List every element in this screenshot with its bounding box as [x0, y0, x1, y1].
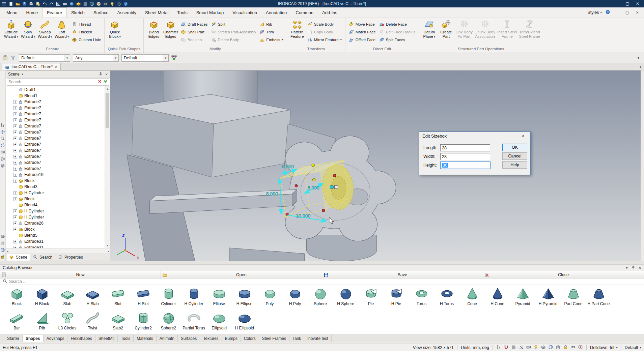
expand-icon[interactable]: + [13, 167, 17, 171]
chevron-down-icon[interactable]: ▾ [626, 266, 628, 270]
redo-icon[interactable] [49, 1, 54, 6]
cube-icon[interactable] [541, 345, 546, 351]
doc-restore-button[interactable]: ▢ [624, 10, 631, 15]
catalog-item-sphere[interactable]: Sphere [308, 286, 333, 310]
catalog-item-poly[interactable]: Poly [257, 286, 282, 310]
scroll-down-icon[interactable]: ▾ [105, 243, 110, 248]
tree-item-block[interactable]: +Block [6, 196, 105, 202]
menu-tab-menu[interactable]: Menu [2, 7, 22, 18]
layers-icon[interactable] [0, 163, 5, 168]
tree-item-extrude31[interactable]: +Extrude31 [6, 238, 105, 244]
catalog-tab-bumps[interactable]: Bumps [222, 335, 241, 342]
catalog-item-pyramid[interactable]: Pyramid [510, 286, 535, 310]
scrollbar-thumb[interactable] [106, 93, 109, 128]
height-input[interactable]: 30 [440, 162, 490, 169]
tree-item-extrude7[interactable]: +Extrude7 [6, 117, 105, 123]
tree-item-extrude7[interactable]: +Extrude7 [6, 159, 105, 166]
scroll-left-icon[interactable]: ◂ [7, 250, 8, 253]
pin-icon[interactable] [631, 265, 635, 270]
camera-icon[interactable] [0, 150, 5, 155]
catalog-item-h-slot[interactable]: H Slot [131, 286, 156, 310]
expand-icon[interactable]: + [13, 161, 17, 165]
catalog-tab-materials[interactable]: Materials [134, 335, 157, 342]
catalog-tab-steel-frames[interactable]: Steel Frames [259, 335, 289, 342]
catalog-action-close[interactable]: Close [483, 271, 644, 278]
toolbar-overflow-chevron[interactable]: ▾ [638, 56, 641, 60]
catalog-action-open[interactable]: Open [161, 271, 322, 278]
expand-icon[interactable]: + [13, 191, 17, 195]
offset-face-button[interactable]: Offset Face [347, 36, 377, 43]
split-faces-button[interactable]: Split Faces [377, 36, 417, 43]
menu-tab-smart-markup[interactable]: Smart Markup [192, 7, 228, 18]
expand-icon[interactable]: + [13, 173, 17, 177]
menu-tab-assembly[interactable]: Assembly [113, 7, 141, 18]
gear-icon[interactable] [116, 1, 122, 6]
doc-close-button[interactable]: ✕ [634, 10, 641, 15]
create-part-button[interactable]: CreatePart [438, 19, 454, 38]
new-document-icon[interactable] [8, 1, 14, 6]
compass-icon[interactable] [578, 345, 583, 351]
catalog-item-h-ellipse[interactable]: H Ellipse [232, 286, 257, 310]
tree-item-draft1[interactable]: Draft1 [6, 87, 105, 93]
panel-tab-scene[interactable]: Scene [7, 254, 30, 261]
lock-icon[interactable] [563, 345, 568, 351]
catalog-tab-textures[interactable]: Textures [200, 335, 222, 342]
doc-minimize-button[interactable]: – [614, 10, 620, 14]
drilldown-dropdown[interactable]: Drilldown: Int▾ [590, 345, 618, 350]
pin-icon[interactable] [99, 72, 103, 77]
catalog-item-twist[interactable]: Twist [80, 310, 105, 334]
catalog-item-torus[interactable]: Torus [409, 286, 434, 310]
menu-tab-annotation[interactable]: Annotation [261, 7, 291, 18]
split-button[interactable]: Split [209, 20, 258, 28]
catalog-item-block[interactable]: Block [4, 286, 29, 310]
film-icon[interactable] [103, 1, 108, 6]
tree-item-extrude31[interactable]: +Extrude31 [6, 244, 105, 248]
tree-item-extrude7[interactable]: +Extrude7 [6, 111, 105, 117]
expand-icon[interactable]: + [13, 155, 17, 158]
pattern-feature-button[interactable]: PatternFeature [289, 19, 306, 38]
mirror-feature-button[interactable]: Mirror Feature ▾ [306, 36, 343, 43]
angle-icon[interactable] [519, 345, 524, 351]
chevron-down-icon[interactable]: ▾ [22, 72, 23, 76]
tree-item-extrude7[interactable]: +Extrude7 [6, 166, 105, 172]
catalog-tab-tools[interactable]: Tools [118, 335, 134, 342]
thread-button[interactable]: Thread [70, 20, 103, 28]
catalog-item-h-poly[interactable]: H Poly [282, 286, 308, 310]
tree-item-blend1[interactable]: Blend1 [6, 93, 105, 99]
close-icon[interactable]: ✕ [639, 266, 641, 270]
expand-icon[interactable]: + [13, 112, 17, 116]
menu-tab-feature[interactable]: Feature [42, 7, 67, 18]
filter-tree-icon[interactable] [103, 79, 108, 85]
match-face-button[interactable]: Match Face [347, 28, 377, 36]
blend-edges-button[interactable]: BlendEdges [145, 19, 162, 38]
zoom-fit-icon[interactable] [55, 1, 61, 6]
funnel-icon[interactable] [10, 55, 16, 61]
assembly-tree-icon[interactable] [171, 55, 177, 61]
globe-icon[interactable] [548, 345, 553, 351]
print-icon[interactable] [28, 1, 34, 6]
emboss-button[interactable]: Emboss ▾ [258, 36, 285, 43]
minimize-button[interactable]: – [612, 0, 622, 7]
catalog-item-cone[interactable]: Cone [459, 286, 485, 310]
expand-icon[interactable]: + [13, 179, 17, 183]
menu-icon[interactable] [1, 1, 7, 6]
cancel-button[interactable]: Cancel [502, 152, 527, 160]
expand-icon[interactable]: + [13, 209, 17, 213]
document-tab[interactable]: IronCAD vs C... Three* ✕ [2, 63, 61, 70]
expand-icon[interactable]: + [13, 222, 17, 225]
help-button[interactable]: Help [502, 161, 527, 169]
dialog-close-icon[interactable]: ✕ [519, 134, 527, 138]
tree-item-h-cylinder[interactable]: +H Cylinder [6, 208, 105, 214]
tree-item-extrude7[interactable]: +Extrude7 [6, 129, 105, 135]
catalog-tab-animatn[interactable]: Animatn [157, 335, 178, 342]
catalog-tab-colors[interactable]: Colors [241, 335, 259, 342]
menu-tab-surface[interactable]: Surface [89, 7, 113, 18]
camera-icon[interactable] [62, 1, 68, 6]
datum-plane-button[interactable]: DatumPlane ▾ [421, 19, 438, 39]
viewport-3d[interactable]: 8.000 8.000 8.000 10.000 z x [110, 70, 641, 261]
tree-item-h-cylinder[interactable]: +H Cylinder [6, 214, 105, 220]
custom-hole-button[interactable]: Custom Hole [70, 36, 103, 43]
catalog-action-save[interactable]: Save [322, 271, 483, 278]
catalog-item-h-cone[interactable]: H Cone [485, 286, 510, 310]
catalog-item-slab[interactable]: Slab [55, 286, 80, 310]
